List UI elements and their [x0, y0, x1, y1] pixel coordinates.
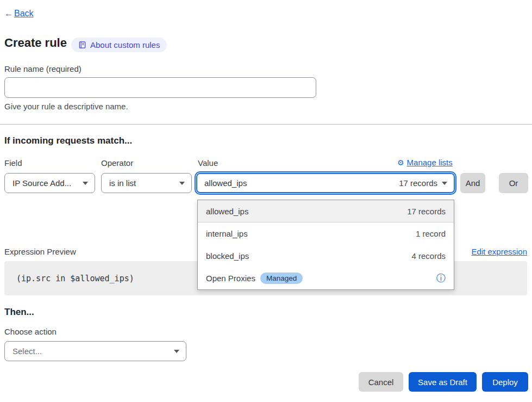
create-rule-page: ←Back Create rule About custom rules Rul…: [0, 0, 532, 402]
list-item-internal-ips[interactable]: internal_ips 1 record: [198, 222, 454, 245]
operator-select-value: is in list: [109, 178, 136, 188]
value-label: Value: [198, 158, 218, 168]
chevron-down-icon: [174, 350, 179, 353]
back-arrow-icon: ←: [4, 9, 13, 18]
field-label: Field: [4, 158, 22, 168]
value-dropdown-list: allowed_ips 17 records internal_ips 1 re…: [197, 200, 454, 290]
cancel-button[interactable]: Cancel: [359, 372, 403, 392]
page-title: Create rule: [4, 36, 67, 50]
list-item-blocked-ips[interactable]: blocked_ips 4 records: [198, 245, 454, 267]
manage-lists-link[interactable]: ⚙ Manage lists: [397, 158, 453, 167]
list-item-name: Open Proxies: [206, 274, 255, 283]
action-select[interactable]: Select...: [4, 341, 186, 361]
chevron-down-icon: [442, 182, 447, 185]
deploy-button[interactable]: Deploy: [482, 372, 528, 392]
about-custom-rules-link[interactable]: About custom rules: [71, 38, 167, 52]
rule-name-input[interactable]: [4, 77, 316, 98]
expression-preview-label: Expression Preview: [4, 247, 76, 256]
back-link-label: Back: [14, 9, 34, 18]
operator-label: Operator: [101, 158, 133, 168]
chevron-down-icon: [179, 182, 185, 185]
edit-expression-link[interactable]: Edit expression: [471, 247, 527, 256]
list-item-allowed-ips[interactable]: allowed_ips 17 records: [198, 200, 454, 222]
gear-icon: ⚙: [397, 158, 404, 167]
choose-action-label: Choose action: [4, 327, 57, 336]
list-item-records: 1 record: [416, 229, 446, 238]
back-link[interactable]: ←Back: [4, 9, 34, 18]
expression-code: (ip.src in $allowed_ips): [16, 274, 134, 283]
info-icon[interactable]: ⓘ: [436, 274, 446, 283]
managed-badge: Managed: [260, 273, 303, 284]
list-item-name: allowed_ips: [206, 207, 248, 216]
save-as-draft-button[interactable]: Save as Draft: [409, 372, 477, 392]
or-button[interactable]: Or: [499, 173, 528, 193]
list-item-records: 4 records: [411, 251, 446, 261]
rule-name-label: Rule name (required): [4, 64, 82, 73]
about-badge-label: About custom rules: [90, 40, 160, 50]
rule-name-help-text: Give your rule a descriptive name.: [4, 102, 128, 111]
operator-select[interactable]: is in list: [101, 173, 192, 193]
and-button[interactable]: And: [460, 173, 485, 193]
then-section-title: Then...: [4, 307, 34, 318]
list-item-name: blocked_ips: [206, 251, 249, 261]
book-icon: [78, 41, 86, 49]
list-item-name: internal_ips: [206, 229, 248, 238]
chevron-down-icon: [83, 182, 88, 185]
match-section-title: If incoming requests match...: [4, 135, 132, 146]
value-select[interactable]: allowed_ips 17 records: [196, 173, 455, 193]
section-divider: [0, 124, 532, 125]
value-select-records: 17 records: [399, 178, 437, 188]
manage-lists-label: Manage lists: [407, 158, 453, 167]
list-item-records: 17 records: [407, 207, 446, 216]
value-select-value: allowed_ips: [204, 178, 247, 188]
action-select-placeholder: Select...: [12, 347, 42, 356]
field-select-value: IP Source Add...: [12, 178, 71, 188]
list-item-open-proxies[interactable]: Open Proxies Managed ⓘ: [198, 267, 454, 289]
field-select[interactable]: IP Source Add...: [4, 173, 95, 193]
